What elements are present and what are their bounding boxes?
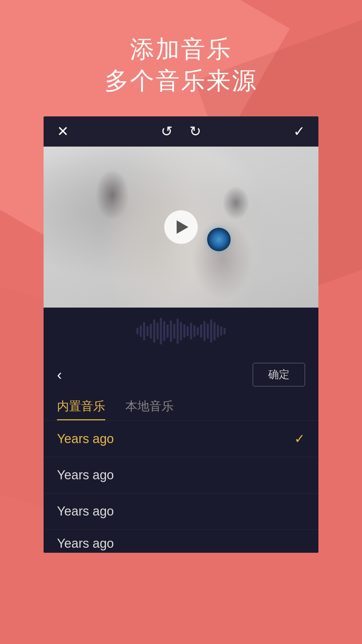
- play-triangle-icon: [177, 220, 188, 234]
- undo-button[interactable]: ↺: [161, 124, 173, 139]
- song-item-3[interactable]: Years ago: [44, 493, 318, 529]
- waveform-bars: [136, 318, 226, 344]
- song-item-4[interactable]: Years ago: [44, 529, 318, 553]
- waveform-bar: [160, 318, 162, 344]
- waveform-bar: [210, 319, 212, 343]
- tab-builtin-music[interactable]: 内置音乐: [57, 398, 105, 420]
- video-preview: [44, 147, 318, 308]
- waveform-bar: [207, 324, 209, 339]
- waveform-bar: [183, 324, 185, 338]
- waveform-bar: [220, 326, 222, 336]
- song-name-2: Years ago: [57, 468, 114, 482]
- main-card: ✕ ↺ ↻ ✓: [44, 116, 318, 553]
- waveform-bar: [153, 319, 155, 343]
- toolbar: ✕ ↺ ↻ ✓: [44, 116, 318, 147]
- waveform-bar: [170, 320, 172, 342]
- waveform-bar: [143, 322, 145, 340]
- back-button[interactable]: ‹: [57, 366, 62, 383]
- waveform-bar: [157, 323, 159, 339]
- confirm-button[interactable]: 确定: [253, 363, 305, 386]
- waveform-bar: [224, 328, 226, 334]
- title-line-1: 添加音乐: [0, 34, 362, 65]
- close-button[interactable]: ✕: [57, 124, 69, 139]
- title-area: 添加音乐 多个音乐来源: [0, 0, 362, 116]
- music-tabs: 内置音乐 本地音乐: [44, 395, 318, 420]
- waveform-bar: [140, 325, 142, 337]
- play-button[interactable]: [164, 210, 198, 244]
- waveform-bar: [200, 324, 202, 338]
- song-name-4: Years ago: [57, 536, 114, 550]
- waveform-bar: [214, 322, 216, 340]
- check-icon-1: ✓: [294, 431, 305, 446]
- toolbar-center-actions: ↺ ↻: [161, 124, 201, 139]
- waveform-bar: [217, 325, 219, 337]
- song-name-3: Years ago: [57, 504, 114, 519]
- waveform-bar: [197, 327, 199, 335]
- title-line-2: 多个音乐来源: [0, 65, 362, 97]
- waveform-bar: [167, 324, 169, 338]
- waveform-bar: [173, 324, 175, 339]
- song-list: Years ago ✓ Years ago Years ago Years ag…: [44, 420, 318, 553]
- song-item-2[interactable]: Years ago: [44, 457, 318, 493]
- waveform-area: [44, 308, 318, 355]
- waveform-bar: [180, 322, 182, 340]
- song-item-1[interactable]: Years ago ✓: [44, 420, 318, 457]
- waveform-bar: [187, 326, 189, 336]
- tab-local-music[interactable]: 本地音乐: [125, 398, 174, 420]
- waveform-bar: [146, 326, 148, 336]
- waveform-bar: [163, 321, 165, 341]
- waveform-bar: [190, 323, 192, 339]
- song-name-1: Years ago: [57, 432, 114, 446]
- music-controls-row: ‹ 确定: [44, 355, 318, 395]
- waveform-bar: [203, 321, 205, 341]
- redo-button[interactable]: ↻: [189, 124, 201, 139]
- waveform-bar: [193, 325, 195, 337]
- waveform-bar: [150, 324, 152, 339]
- bottom-panel: ‹ 确定 内置音乐 本地音乐 Years ago ✓ Years ago Yea…: [44, 308, 318, 553]
- waveform-bar: [136, 328, 138, 334]
- done-button[interactable]: ✓: [293, 124, 305, 139]
- waveform-bar: [177, 319, 179, 344]
